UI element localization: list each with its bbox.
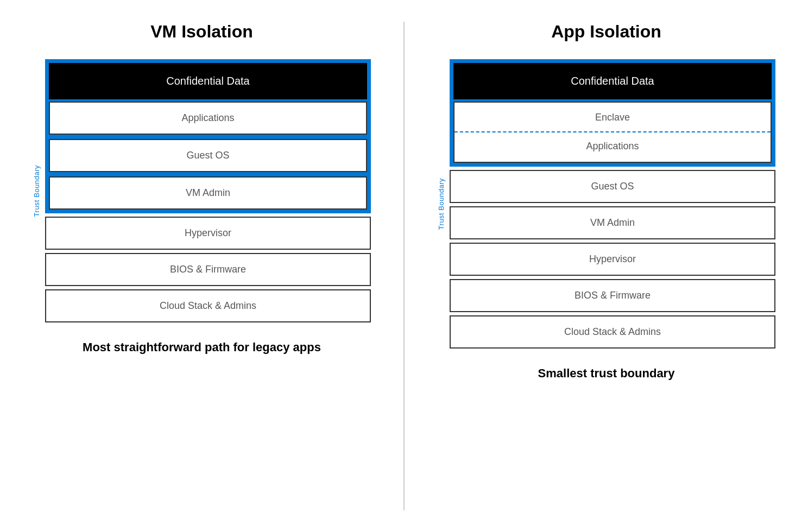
left-trust-inner: Confidential Data Applications Guest OS … bbox=[49, 63, 367, 210]
left-cloud-stack: Cloud Stack & Admins bbox=[45, 289, 371, 322]
left-applications: Applications bbox=[49, 102, 367, 135]
right-hypervisor: Hypervisor bbox=[450, 243, 775, 276]
left-diagram: Trust Boundary Confidential Data Applica… bbox=[33, 59, 371, 322]
right-enclave-bottom: Applications bbox=[454, 132, 771, 161]
left-trust-box: Confidential Data Applications Guest OS … bbox=[45, 59, 371, 213]
left-outside-stack: Hypervisor BIOS & Firmware Cloud Stack &… bbox=[45, 217, 371, 322]
right-stack: Confidential Data Enclave Applications G… bbox=[450, 59, 775, 349]
left-vm-admin: VM Admin bbox=[49, 176, 367, 210]
right-enclave-top: Enclave bbox=[454, 103, 771, 132]
left-bios: BIOS & Firmware bbox=[45, 253, 371, 286]
right-confidential: Confidential Data bbox=[453, 63, 772, 99]
left-trust-label: Trust Boundary bbox=[33, 165, 41, 217]
right-trust-label: Trust Boundary bbox=[437, 178, 445, 230]
left-stack: Confidential Data Applications Guest OS … bbox=[45, 59, 371, 322]
right-cloud-stack: Cloud Stack & Admins bbox=[450, 315, 775, 349]
left-caption: Most straightforward path for legacy app… bbox=[83, 340, 321, 356]
right-title: App Isolation bbox=[551, 22, 661, 42]
right-trust-inner: Confidential Data Enclave Applications bbox=[453, 63, 772, 163]
left-guest-os: Guest OS bbox=[49, 139, 367, 172]
left-title: VM Isolation bbox=[150, 22, 252, 42]
left-hypervisor: Hypervisor bbox=[45, 217, 371, 250]
right-column: App Isolation Trust Boundary Confidentia… bbox=[405, 0, 808, 532]
right-diagram: Trust Boundary Confidential Data Enclave… bbox=[437, 59, 775, 349]
left-confidential: Confidential Data bbox=[49, 63, 367, 99]
right-trust-box: Confidential Data Enclave Applications bbox=[450, 59, 775, 167]
right-vm-admin: VM Admin bbox=[450, 206, 775, 239]
main-container: VM Isolation Trust Boundary Confidential… bbox=[0, 0, 808, 532]
right-bios: BIOS & Firmware bbox=[450, 279, 775, 312]
right-caption: Smallest trust boundary bbox=[538, 366, 675, 382]
left-column: VM Isolation Trust Boundary Confidential… bbox=[0, 0, 403, 532]
right-guest-os: Guest OS bbox=[450, 170, 775, 203]
right-enclave-box: Enclave Applications bbox=[453, 102, 772, 163]
right-outside-stack: Guest OS VM Admin Hypervisor BIOS & Firm… bbox=[450, 170, 775, 349]
